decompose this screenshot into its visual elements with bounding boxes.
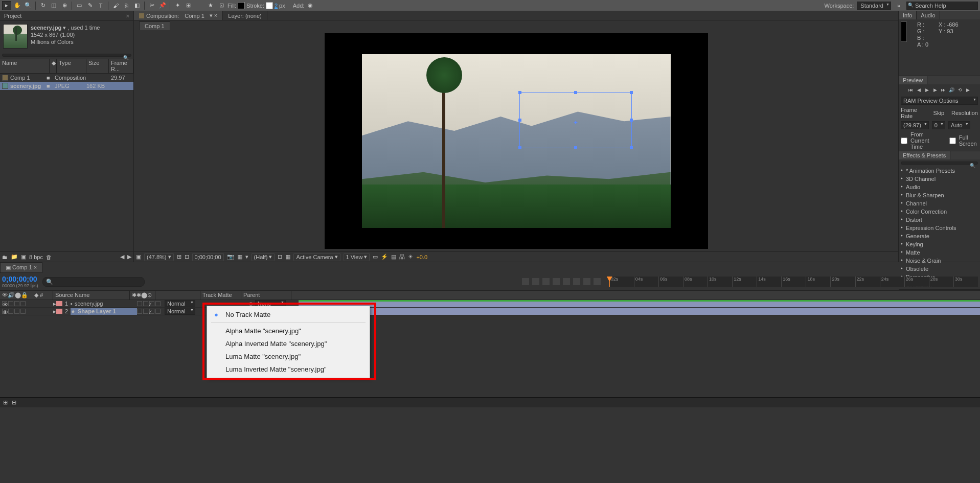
layer-tab[interactable]: Layer: (none) (223, 11, 267, 20)
toggle-switches-icon[interactable]: ⊞ (3, 399, 8, 406)
current-timecode[interactable]: 0;00;00;00 (2, 275, 38, 283)
ram-preview-button[interactable]: ▶ (965, 86, 972, 94)
effects-presets-tab[interactable]: Effects & Presets (899, 151, 950, 159)
effects-category[interactable]: Color Correction (899, 208, 980, 216)
eraser-tool[interactable]: ◧ (132, 1, 142, 10)
new-folder-icon[interactable]: 📁 (11, 254, 18, 260)
resize-handle[interactable] (574, 91, 577, 94)
resize-handle[interactable] (574, 146, 577, 149)
text-tool[interactable]: T (96, 1, 105, 10)
blend-mode-dropdown[interactable]: Normal (165, 300, 195, 307)
timeline-layer[interactable]: 👁 ▸ 2 ★Shape Layer 1 ∕ Normal ⊚ (0, 308, 980, 315)
stroke-swatch[interactable] (266, 2, 273, 9)
menu-item-luma-inverted-matte[interactable]: Luma Inverted Matte "scenery.jpg" (207, 363, 370, 376)
roto-brush-tool[interactable]: ✂ (147, 1, 156, 10)
project-item-comp[interactable]: Comp 1 ■ Composition 29.97 (0, 74, 133, 82)
anchor-point-icon[interactable]: ✦ (573, 119, 578, 126)
fast-draft-icon[interactable]: ⚡ (381, 254, 388, 260)
play-button[interactable]: ▶ (924, 86, 931, 94)
loop-button[interactable]: ⟲ (956, 86, 964, 94)
effects-category[interactable]: Expression Controls (899, 224, 980, 232)
trash-icon[interactable]: 🗑 (46, 254, 52, 260)
effects-category[interactable]: Generate (899, 232, 980, 240)
brush-tool[interactable]: 🖌 (111, 1, 120, 10)
resolution-icon[interactable]: ⊞ (177, 254, 181, 260)
rotate-tool[interactable]: ↻ (38, 1, 48, 10)
timeline-icon[interactable]: ▤ (391, 254, 396, 260)
effects-category[interactable]: Channel (899, 199, 980, 208)
zoom-tool[interactable]: 🔍 (24, 1, 33, 10)
new-comp-icon[interactable]: ▣ (21, 254, 26, 260)
star-tool[interactable]: ★ (206, 1, 215, 10)
workspace-options[interactable]: » (894, 1, 903, 10)
interpret-icon[interactable]: 🖿 (2, 254, 8, 260)
effects-category[interactable]: Noise & Grain (899, 257, 980, 265)
frame-blend-icon[interactable] (552, 278, 560, 286)
graph-editor-icon[interactable] (593, 278, 601, 286)
pen-tool[interactable]: ✎ (85, 1, 95, 10)
audio-tab[interactable]: Audio (917, 11, 940, 19)
time-ruler[interactable]: 02s 04s 06s 08s 10s 12s 14s 16s 18s 20s … (609, 277, 978, 287)
stroke-width[interactable]: 2 (275, 3, 278, 9)
effects-category[interactable]: Keying (899, 240, 980, 248)
next-frame-button[interactable]: ▶ (932, 86, 939, 94)
resize-handle[interactable] (518, 146, 521, 149)
transparency-grid-icon[interactable]: ▦ (285, 254, 290, 260)
project-item-image[interactable]: scenery.jpg ■ JPEG 162 KB (0, 82, 133, 90)
fill-swatch[interactable] (238, 2, 245, 9)
effects-category[interactable]: Audio (899, 183, 980, 191)
fast-preview-icon[interactable]: ⊡ (185, 254, 189, 260)
exposure-reset-icon[interactable]: ☀ (408, 254, 413, 260)
exposure-value[interactable]: +0.0 (416, 254, 427, 260)
effects-search[interactable] (901, 162, 978, 165)
effects-category[interactable]: Obsolete (899, 265, 980, 273)
search-help[interactable]: Search Help (906, 2, 978, 10)
first-frame-button[interactable]: ⏮ (907, 86, 915, 94)
effects-category[interactable]: * Animation Presets (899, 167, 980, 175)
shape-selection-box[interactable]: ✦ (519, 92, 632, 148)
from-current-checkbox[interactable] (901, 137, 907, 144)
snap-tool[interactable]: ⊡ (217, 1, 226, 10)
menu-item-luma-matte[interactable]: Luma Matte "scenery.jpg" (207, 350, 370, 363)
effects-category[interactable]: Distort (899, 216, 980, 224)
always-preview-icon[interactable]: ▣ (136, 254, 141, 260)
menu-item-alpha-inverted-matte[interactable]: Alpha Inverted Matte "scenery.jpg" (207, 337, 370, 350)
timeline-comp-tab[interactable]: ▣ Comp 1 × (0, 262, 42, 273)
brainstorm-icon[interactable] (573, 278, 581, 286)
playhead[interactable] (609, 277, 610, 287)
menu-item-alpha-matte[interactable]: Alpha Matte "scenery.jpg" (207, 325, 370, 337)
prev-frame-button[interactable]: ◀ (916, 86, 923, 94)
workspace-dropdown[interactable]: Standard (857, 2, 891, 10)
blend-mode-dropdown[interactable]: Normal (165, 308, 195, 315)
mute-button[interactable]: 🔊 (948, 86, 955, 94)
zoom-dropdown[interactable]: (47.8%) ▾ (144, 253, 174, 261)
auto-keyframe-icon[interactable] (583, 278, 591, 286)
show-channel-menu[interactable]: ▾ (245, 254, 248, 260)
local-axis-tool[interactable]: ✦ (173, 1, 182, 10)
menu-item-no-track-matte[interactable]: No Track Matte (207, 308, 370, 321)
clone-tool[interactable]: ⎘ (122, 1, 131, 10)
comp-mini-flowchart-icon[interactable] (521, 278, 530, 286)
motion-blur-icon[interactable] (562, 278, 571, 286)
project-tab[interactable]: Project× (0, 11, 133, 21)
video-toggle[interactable]: 👁 (2, 301, 7, 306)
framerate-dropdown[interactable]: (29.97) (901, 121, 929, 129)
hand-tool[interactable]: ✋ (13, 1, 22, 10)
view-dropdown[interactable]: 1 View ▾ (344, 253, 370, 261)
bpc-button[interactable]: 8 bpc (29, 254, 43, 260)
snapshot-icon[interactable]: 📷 (227, 254, 234, 260)
resize-handle[interactable] (630, 146, 633, 149)
selection-tool[interactable]: ▸ (2, 1, 11, 10)
label-col-icon[interactable]: ◆ (50, 59, 57, 73)
video-toggle[interactable]: 👁 (2, 309, 7, 314)
world-axis-tool[interactable]: ⊞ (184, 1, 193, 10)
resize-handle[interactable] (518, 91, 521, 94)
camera-tool[interactable]: ◫ (49, 1, 58, 10)
current-time[interactable]: 0;00;00;00 (192, 253, 224, 261)
puppet-tool[interactable]: 📌 (158, 1, 167, 10)
resize-handle[interactable] (518, 119, 521, 122)
ram-preview-dropdown[interactable]: RAM Preview Options (901, 97, 978, 105)
resize-handle[interactable] (630, 119, 633, 122)
skip-dropdown[interactable]: 0 (932, 121, 945, 129)
timeline-search[interactable]: 🔍 (42, 277, 145, 287)
